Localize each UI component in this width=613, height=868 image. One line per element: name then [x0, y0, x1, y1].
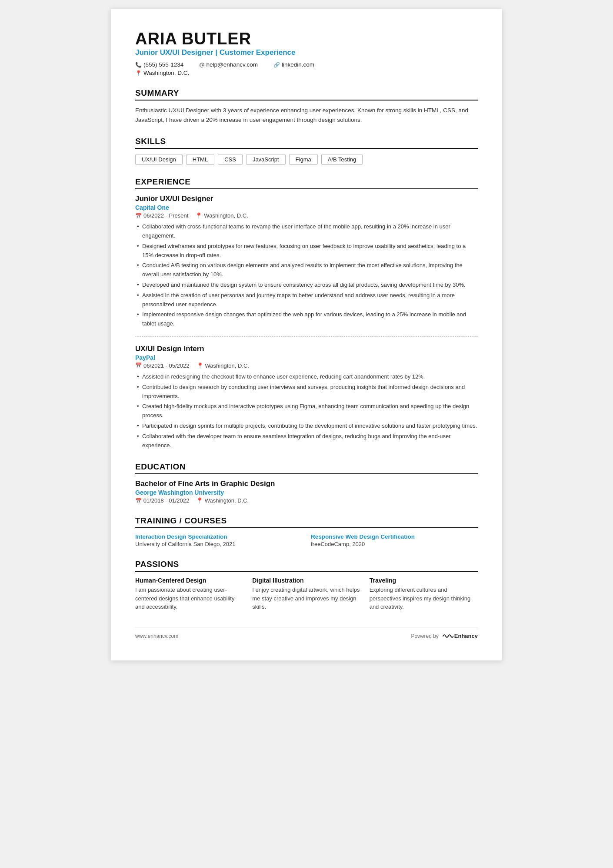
skills-title: SKILLS — [135, 137, 478, 149]
training-item: Responsive Web Design CertificationfreeC… — [311, 533, 478, 547]
passion-desc: I am passionate about creating user-cent… — [135, 586, 243, 611]
linkedin-value: linkedin.com — [282, 61, 314, 68]
passion-item: Human-Centered DesignI am passionate abo… — [135, 577, 243, 611]
location-contact: 📍 Washington, D.C. — [135, 70, 189, 76]
edu-school: George Washington University — [135, 489, 478, 496]
job-location: 📍Washington, D.C. — [197, 362, 249, 369]
location-icon: 📍 — [135, 70, 142, 76]
job-bullet: Designed wireframes and prototypes for n… — [135, 242, 478, 260]
job-bullet: Collaborated with the developer team to … — [135, 432, 478, 450]
job-bullet: Collaborated with cross-functional teams… — [135, 222, 478, 241]
training-org: freeCodeCamp, 2020 — [311, 541, 478, 547]
job-company: Capital One — [135, 204, 478, 211]
contact-row: 📞 (555) 555-1234 @ help@enhancv.com 🔗 li… — [135, 61, 478, 68]
enhancv-logo-icon — [441, 633, 453, 640]
training-name: Interaction Design Specialization — [135, 533, 302, 540]
phone-value: (555) 555-1234 — [143, 61, 183, 68]
passions-section: PASSIONS Human-Centered DesignI am passi… — [135, 560, 478, 611]
passion-desc: Exploring different cultures and perspec… — [370, 586, 478, 611]
job-bullet: Created high-fidelity mockups and intera… — [135, 402, 478, 420]
phone-contact: 📞 (555) 555-1234 — [135, 61, 183, 68]
job-location: 📍Washington, D.C. — [195, 212, 248, 219]
job-bullets: Assisted in redesigning the checkout flo… — [135, 372, 478, 450]
job-title: UX/UI Design Intern — [135, 345, 478, 353]
email-contact: @ help@enhancv.com — [199, 61, 258, 68]
phone-icon: 📞 — [135, 62, 142, 68]
job-meta: 📅06/2022 - Present📍Washington, D.C. — [135, 212, 478, 219]
location-value: Washington, D.C. — [143, 70, 189, 76]
training-section: TRAINING / COURSES Interaction Design Sp… — [135, 516, 478, 547]
link-icon: 🔗 — [273, 62, 280, 68]
training-title: TRAINING / COURSES — [135, 516, 478, 528]
enhancv-logo: Enhancv — [441, 633, 478, 640]
summary-title: SUMMARY — [135, 88, 478, 101]
skill-tag: A/B Testing — [321, 154, 363, 165]
skills-list: UX/UI DesignHTMLCSSJavaScriptFigmaA/B Te… — [135, 154, 478, 165]
education-title: EDUCATION — [135, 462, 478, 474]
enhancv-brand-name: Enhancv — [454, 633, 478, 639]
training-grid: Interaction Design SpecializationUnivers… — [135, 533, 478, 547]
job-bullet: Assisted in the creation of user persona… — [135, 291, 478, 309]
candidate-title: Junior UX/UI Designer | Customer Experie… — [135, 48, 478, 57]
skill-tag: CSS — [218, 154, 243, 165]
skill-tag: Figma — [289, 154, 318, 165]
experience-job: Junior UX/UI DesignerCapital One📅06/2022… — [135, 194, 478, 328]
passion-title: Digital Illustration — [252, 577, 360, 584]
education-section: EDUCATION Bachelor of Fine Arts in Graph… — [135, 462, 478, 504]
passion-title: Traveling — [370, 577, 478, 584]
location-row: 📍 Washington, D.C. — [135, 70, 478, 76]
summary-text: Enthusiastic UX/UI Designer with 3 years… — [135, 106, 478, 124]
job-bullet: Assisted in redesigning the checkout flo… — [135, 372, 478, 382]
skill-tag: UX/UI Design — [135, 154, 183, 165]
passions-title: PASSIONS — [135, 560, 478, 572]
training-org: University of California San Diego, 2021 — [135, 541, 302, 547]
job-dates: 📅06/2022 - Present — [135, 212, 188, 219]
training-item: Interaction Design SpecializationUnivers… — [135, 533, 302, 547]
passion-title: Human-Centered Design — [135, 577, 243, 584]
job-bullet: Conducted A/B testing on various design … — [135, 261, 478, 279]
skill-tag: HTML — [186, 154, 214, 165]
header-section: ARIA BUTLER Junior UX/UI Designer | Cust… — [135, 30, 478, 76]
edu-degree: Bachelor of Fine Arts in Graphic Design — [135, 479, 478, 488]
job-bullet: Implemented responsive design changes th… — [135, 310, 478, 328]
skills-section: SKILLS UX/UI DesignHTMLCSSJavaScriptFigm… — [135, 137, 478, 165]
job-meta: 📅06/2021 - 05/2022📍Washington, D.C. — [135, 362, 478, 369]
job-company: PayPal — [135, 354, 478, 361]
candidate-name: ARIA BUTLER — [135, 30, 478, 48]
skill-tag: JavaScript — [246, 154, 286, 165]
email-value: help@enhancv.com — [207, 61, 258, 68]
footer-url: www.enhancv.com — [135, 633, 178, 639]
passion-item: Digital IllustrationI enjoy creating dig… — [252, 577, 360, 611]
resume-page: ARIA BUTLER Junior UX/UI Designer | Cust… — [111, 9, 502, 660]
job-dates: 📅06/2021 - 05/2022 — [135, 362, 190, 369]
job-bullet: Participated in design sprints for multi… — [135, 422, 478, 431]
experience-title: EXPERIENCE — [135, 177, 478, 189]
calendar-icon: 📅 — [135, 498, 142, 504]
edu-location: 📍 Washington, D.C. — [196, 497, 249, 504]
job-title: Junior UX/UI Designer — [135, 194, 478, 203]
edu-meta: 📅 01/2018 - 01/2022 📍 Washington, D.C. — [135, 497, 478, 504]
passion-desc: I enjoy creating digital artwork, which … — [252, 586, 360, 611]
job-bullets: Collaborated with cross-functional teams… — [135, 222, 478, 328]
passion-item: TravelingExploring different cultures an… — [370, 577, 478, 611]
passions-grid: Human-Centered DesignI am passionate abo… — [135, 577, 478, 611]
powered-by-label: Powered by — [411, 633, 438, 639]
job-bullet: Developed and maintained the design syst… — [135, 281, 478, 290]
training-name: Responsive Web Design Certification — [311, 533, 478, 540]
experience-job: UX/UI Design InternPayPal📅06/2021 - 05/2… — [135, 345, 478, 450]
email-icon: @ — [199, 62, 204, 68]
experience-section: EXPERIENCE Junior UX/UI DesignerCapital … — [135, 177, 478, 450]
edu-dates: 📅 01/2018 - 01/2022 — [135, 497, 189, 504]
job-bullet: Contributed to design research by conduc… — [135, 383, 478, 401]
powered-by: Powered by Enhancv — [411, 633, 478, 640]
page-footer: www.enhancv.com Powered by Enhancv — [135, 627, 478, 640]
linkedin-contact: 🔗 linkedin.com — [273, 61, 314, 68]
summary-section: SUMMARY Enthusiastic UX/UI Designer with… — [135, 88, 478, 124]
edu-location-icon: 📍 — [196, 497, 203, 504]
